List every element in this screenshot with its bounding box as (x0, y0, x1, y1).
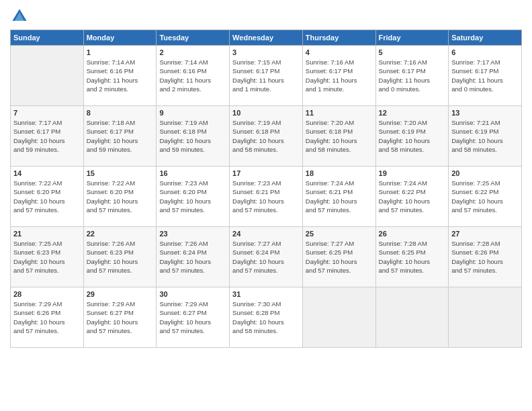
day-cell: 11Sunrise: 7:20 AM Sunset: 6:18 PM Dayli… (302, 106, 375, 167)
page-header (10, 7, 522, 26)
header-cell-tuesday: Tuesday (157, 30, 230, 46)
day-cell: 12Sunrise: 7:20 AM Sunset: 6:19 PM Dayli… (375, 106, 449, 167)
day-number: 1 (87, 48, 154, 56)
day-cell: 1Sunrise: 7:14 AM Sunset: 6:16 PM Daylig… (83, 46, 157, 106)
week-row-2: 7Sunrise: 7:17 AM Sunset: 6:17 PM Daylig… (11, 106, 522, 167)
day-number: 16 (159, 169, 226, 177)
day-number: 27 (451, 230, 519, 238)
day-info: Sunrise: 7:29 AM Sunset: 6:27 PM Dayligh… (159, 300, 226, 335)
day-cell (449, 287, 522, 348)
day-info: Sunrise: 7:23 AM Sunset: 6:20 PM Dayligh… (159, 179, 226, 214)
day-number: 8 (87, 109, 154, 117)
day-cell: 9Sunrise: 7:19 AM Sunset: 6:18 PM Daylig… (157, 106, 230, 167)
day-info: Sunrise: 7:14 AM Sunset: 6:16 PM Dayligh… (159, 58, 226, 93)
day-info: Sunrise: 7:30 AM Sunset: 6:28 PM Dayligh… (232, 300, 300, 335)
day-cell (11, 46, 84, 106)
day-number: 26 (379, 230, 446, 238)
day-info: Sunrise: 7:28 AM Sunset: 6:25 PM Dayligh… (379, 239, 446, 275)
day-number: 14 (13, 169, 81, 177)
day-cell: 27Sunrise: 7:28 AM Sunset: 6:26 PM Dayli… (449, 227, 522, 287)
day-info: Sunrise: 7:17 AM Sunset: 6:17 PM Dayligh… (451, 58, 519, 93)
week-row-3: 14Sunrise: 7:22 AM Sunset: 6:20 PM Dayli… (11, 167, 522, 227)
day-number: 7 (13, 109, 81, 117)
day-cell: 29Sunrise: 7:29 AM Sunset: 6:27 PM Dayli… (83, 287, 157, 348)
day-info: Sunrise: 7:26 AM Sunset: 6:24 PM Dayligh… (159, 239, 226, 275)
day-number: 30 (159, 290, 226, 298)
day-number: 21 (13, 230, 81, 238)
day-number: 11 (306, 109, 373, 117)
day-number: 6 (451, 48, 519, 56)
logo-icon (10, 7, 29, 26)
day-info: Sunrise: 7:21 AM Sunset: 6:19 PM Dayligh… (451, 118, 519, 154)
day-number: 12 (379, 109, 446, 117)
day-info: Sunrise: 7:14 AM Sunset: 6:16 PM Dayligh… (87, 58, 154, 93)
header-cell-monday: Monday (83, 30, 157, 46)
page-container: SundayMondayTuesdayWednesdayThursdayFrid… (0, 0, 532, 355)
day-cell: 20Sunrise: 7:25 AM Sunset: 6:22 PM Dayli… (449, 167, 522, 227)
day-cell: 14Sunrise: 7:22 AM Sunset: 6:20 PM Dayli… (11, 167, 84, 227)
day-number: 18 (306, 169, 373, 177)
day-info: Sunrise: 7:20 AM Sunset: 6:18 PM Dayligh… (306, 118, 373, 154)
day-cell: 4Sunrise: 7:16 AM Sunset: 6:17 PM Daylig… (302, 46, 375, 106)
day-number: 9 (159, 109, 226, 117)
day-info: Sunrise: 7:28 AM Sunset: 6:26 PM Dayligh… (451, 239, 519, 275)
day-number: 20 (451, 169, 519, 177)
day-cell: 17Sunrise: 7:23 AM Sunset: 6:21 PM Dayli… (230, 167, 303, 227)
day-number: 22 (87, 230, 154, 238)
day-number: 23 (159, 230, 226, 238)
header-cell-wednesday: Wednesday (230, 30, 303, 46)
day-number: 31 (232, 290, 300, 298)
day-info: Sunrise: 7:24 AM Sunset: 6:22 PM Dayligh… (379, 179, 446, 214)
week-row-1: 1Sunrise: 7:14 AM Sunset: 6:16 PM Daylig… (11, 46, 522, 106)
day-number: 2 (159, 48, 226, 56)
day-number: 25 (306, 230, 373, 238)
day-cell: 18Sunrise: 7:24 AM Sunset: 6:21 PM Dayli… (302, 167, 375, 227)
day-number: 5 (379, 48, 446, 56)
day-info: Sunrise: 7:19 AM Sunset: 6:18 PM Dayligh… (159, 118, 226, 154)
day-cell: 24Sunrise: 7:27 AM Sunset: 6:24 PM Dayli… (230, 227, 303, 287)
day-info: Sunrise: 7:27 AM Sunset: 6:25 PM Dayligh… (306, 239, 373, 275)
day-cell: 2Sunrise: 7:14 AM Sunset: 6:16 PM Daylig… (157, 46, 230, 106)
day-cell: 3Sunrise: 7:15 AM Sunset: 6:17 PM Daylig… (230, 46, 303, 106)
day-cell: 25Sunrise: 7:27 AM Sunset: 6:25 PM Dayli… (302, 227, 375, 287)
day-cell: 21Sunrise: 7:25 AM Sunset: 6:23 PM Dayli… (11, 227, 84, 287)
day-cell: 16Sunrise: 7:23 AM Sunset: 6:20 PM Dayli… (157, 167, 230, 227)
day-number: 29 (87, 290, 154, 298)
day-cell: 5Sunrise: 7:16 AM Sunset: 6:17 PM Daylig… (375, 46, 449, 106)
day-info: Sunrise: 7:17 AM Sunset: 6:17 PM Dayligh… (13, 118, 81, 154)
day-cell: 26Sunrise: 7:28 AM Sunset: 6:25 PM Dayli… (375, 227, 449, 287)
day-info: Sunrise: 7:15 AM Sunset: 6:17 PM Dayligh… (232, 58, 300, 93)
day-cell (302, 287, 375, 348)
header-cell-sunday: Sunday (11, 30, 84, 46)
week-row-4: 21Sunrise: 7:25 AM Sunset: 6:23 PM Dayli… (11, 227, 522, 287)
day-info: Sunrise: 7:16 AM Sunset: 6:17 PM Dayligh… (306, 58, 373, 93)
day-info: Sunrise: 7:23 AM Sunset: 6:21 PM Dayligh… (232, 179, 300, 214)
day-cell: 6Sunrise: 7:17 AM Sunset: 6:17 PM Daylig… (449, 46, 522, 106)
day-cell: 7Sunrise: 7:17 AM Sunset: 6:17 PM Daylig… (11, 106, 84, 167)
day-cell: 19Sunrise: 7:24 AM Sunset: 6:22 PM Dayli… (375, 167, 449, 227)
calendar-table: SundayMondayTuesdayWednesdayThursdayFrid… (10, 30, 522, 348)
day-cell: 15Sunrise: 7:22 AM Sunset: 6:20 PM Dayli… (83, 167, 157, 227)
week-row-5: 28Sunrise: 7:29 AM Sunset: 6:26 PM Dayli… (11, 287, 522, 348)
day-cell: 31Sunrise: 7:30 AM Sunset: 6:28 PM Dayli… (230, 287, 303, 348)
day-cell: 10Sunrise: 7:19 AM Sunset: 6:18 PM Dayli… (230, 106, 303, 167)
day-number: 17 (232, 169, 300, 177)
day-info: Sunrise: 7:25 AM Sunset: 6:22 PM Dayligh… (451, 179, 519, 214)
day-info: Sunrise: 7:26 AM Sunset: 6:23 PM Dayligh… (87, 239, 154, 275)
day-info: Sunrise: 7:29 AM Sunset: 6:27 PM Dayligh… (87, 300, 154, 335)
day-info: Sunrise: 7:20 AM Sunset: 6:19 PM Dayligh… (379, 118, 446, 154)
day-number: 10 (232, 109, 300, 117)
day-number: 15 (87, 169, 154, 177)
header-cell-saturday: Saturday (449, 30, 522, 46)
day-number: 28 (13, 290, 81, 298)
day-cell: 23Sunrise: 7:26 AM Sunset: 6:24 PM Dayli… (157, 227, 230, 287)
day-info: Sunrise: 7:27 AM Sunset: 6:24 PM Dayligh… (232, 239, 300, 275)
day-info: Sunrise: 7:19 AM Sunset: 6:18 PM Dayligh… (232, 118, 300, 154)
day-number: 24 (232, 230, 300, 238)
day-info: Sunrise: 7:16 AM Sunset: 6:17 PM Dayligh… (379, 58, 446, 93)
day-number: 4 (306, 48, 373, 56)
header-row: SundayMondayTuesdayWednesdayThursdayFrid… (11, 30, 522, 46)
day-info: Sunrise: 7:29 AM Sunset: 6:26 PM Dayligh… (13, 300, 81, 335)
header-cell-thursday: Thursday (302, 30, 375, 46)
day-cell: 28Sunrise: 7:29 AM Sunset: 6:26 PM Dayli… (11, 287, 84, 348)
